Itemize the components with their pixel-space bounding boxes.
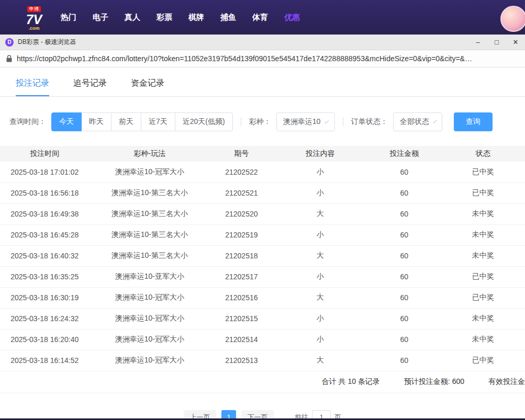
- lottery-filter-label: 彩种：: [249, 117, 271, 127]
- cell-bet-time: 2025-03-18 16:49:38: [0, 203, 90, 224]
- time-filter-option-0[interactable]: 今天: [51, 112, 82, 131]
- table-row: 2025-03-18 16:24:32澳洲幸运10-冠军大小21202515小6…: [0, 308, 525, 329]
- tab-fund-records[interactable]: 资金记录: [131, 78, 164, 96]
- browser-titlebar: D DB彩票 - 极速浏览器 – □ ✕: [0, 35, 525, 50]
- cell-bet-time: 2025-03-18 16:35:25: [0, 266, 90, 287]
- column-header-bet-time: 投注时间: [0, 146, 90, 162]
- time-filter-option-2[interactable]: 前天: [111, 112, 141, 131]
- logo-main-text: 7V: [18, 13, 50, 26]
- cell-bet-status: 未中奖: [441, 245, 525, 266]
- cell-bet-time: 2025-03-18 16:45:28: [0, 224, 90, 245]
- divider: [343, 117, 343, 127]
- cell-issue-number: 21202518: [210, 245, 273, 266]
- cell-bet-content: 小: [273, 162, 368, 183]
- cell-bet-time: 2025-03-18 16:24:32: [0, 308, 90, 329]
- cell-bet-status: 已中奖: [441, 266, 525, 287]
- cell-bet-time: 2025-03-18 16:14:52: [0, 350, 90, 371]
- cell-issue-number: 21202520: [210, 203, 273, 224]
- cell-bet-content: 小: [273, 308, 368, 329]
- time-filter-option-3[interactable]: 近7天: [141, 112, 175, 131]
- cell-bet-content: 大: [273, 245, 368, 266]
- nav-item-5[interactable]: 捕鱼: [220, 13, 236, 22]
- nav-item-3[interactable]: 彩票: [157, 13, 172, 22]
- time-filter-option-4[interactable]: 近20天(低频): [175, 112, 233, 131]
- goto-page-input[interactable]: [312, 410, 331, 419]
- cell-game-type: 澳洲幸运10-第三名大小: [90, 224, 210, 245]
- time-filter-group: 今天昨天前天近7天近20天(低频): [51, 112, 233, 131]
- nav-item-4[interactable]: 棋牌: [188, 13, 204, 22]
- next-page-button[interactable]: 下一页: [241, 410, 274, 419]
- table-header: 投注时间 彩种-玩法 期号 投注内容 投注金额 状态: [0, 146, 525, 162]
- tab-chase-records[interactable]: 追号记录: [73, 78, 107, 96]
- cell-bet-amount: 60: [367, 266, 441, 287]
- order-status-label: 订单状态：: [351, 117, 388, 127]
- cell-issue-number: 21202515: [210, 308, 273, 329]
- table-row: 2025-03-18 16:45:28澳洲幸运10-第三名大小21202519小…: [0, 224, 525, 245]
- browser-window-title: DB彩票 - 极速浏览器: [18, 38, 468, 47]
- cell-bet-status: 已中奖: [441, 183, 525, 203]
- maximize-button[interactable]: □: [487, 35, 506, 50]
- column-header-issue: 期号: [210, 146, 273, 162]
- total-records-text: 合计 共 10 条记录: [322, 377, 380, 387]
- column-header-amount: 投注金额: [367, 146, 441, 162]
- query-button[interactable]: 查询: [454, 112, 493, 131]
- cell-bet-status: 未中奖: [441, 203, 525, 224]
- logo-sub-text: .com: [18, 26, 50, 31]
- chevron-down-icon: [433, 119, 437, 123]
- nav-item-7[interactable]: 优惠: [284, 13, 300, 22]
- valid-amount-text: 有效投注金: [488, 377, 525, 387]
- cell-game-type: 澳洲幸运10-第三名大小: [90, 245, 210, 266]
- cell-issue-number: 21202522: [210, 162, 273, 183]
- nav-item-6[interactable]: 体育: [252, 13, 268, 22]
- cell-bet-time: 2025-03-18 17:01:02: [0, 162, 90, 183]
- cell-issue-number: 21202519: [210, 224, 273, 245]
- column-header-game-type: 彩种-玩法: [90, 146, 210, 162]
- cell-game-type: 澳洲幸运10-冠军大小: [90, 308, 210, 329]
- goto-label: 前往: [295, 413, 308, 419]
- table-row: 2025-03-18 16:14:52澳洲幸运10-冠军大小21202513大6…: [0, 350, 525, 371]
- time-filter-option-1[interactable]: 昨天: [82, 112, 111, 131]
- cell-bet-time: 2025-03-18 16:40:32: [0, 245, 90, 266]
- order-status-select[interactable]: 全部状态: [393, 112, 442, 131]
- window-controls: – □ ✕: [468, 35, 525, 50]
- divider: [241, 117, 241, 127]
- cell-bet-status: 未中奖: [441, 329, 525, 350]
- cell-bet-amount: 60: [367, 350, 441, 371]
- record-tabs: 投注记录 追号记录 资金记录: [0, 67, 525, 97]
- cell-bet-amount: 60: [367, 329, 441, 350]
- nav-item-1[interactable]: 电子: [93, 13, 108, 22]
- column-header-status: 状态: [441, 146, 525, 162]
- cell-bet-amount: 60: [367, 183, 441, 203]
- table-row: 2025-03-18 16:40:32澳洲幸运10-第三名大小21202518大…: [0, 245, 525, 266]
- nav-item-0[interactable]: 热门: [61, 13, 76, 22]
- cell-bet-content: 小: [273, 266, 368, 287]
- cell-issue-number: 21202516: [210, 287, 273, 308]
- cell-bet-amount: 60: [367, 224, 441, 245]
- cell-bet-content: 小: [273, 329, 368, 350]
- current-page-indicator[interactable]: 1: [221, 410, 236, 419]
- table-row: 2025-03-18 16:35:25澳洲幸运10-亚军大小21202517小6…: [0, 266, 525, 287]
- cell-game-type: 澳洲幸运10-第三名大小: [90, 183, 210, 203]
- prev-page-button[interactable]: 上一页: [184, 410, 216, 419]
- cell-bet-status: 已中奖: [441, 350, 525, 371]
- tab-bet-records[interactable]: 投注记录: [16, 78, 49, 96]
- minimize-button[interactable]: –: [468, 35, 487, 50]
- cell-bet-status: 未中奖: [441, 224, 525, 245]
- cell-issue-number: 21202517: [210, 266, 273, 287]
- cell-bet-content: 大: [273, 287, 368, 308]
- nav-item-2[interactable]: 真人: [125, 13, 140, 22]
- pagination: 上一页 1 下一页 前往 页: [0, 410, 525, 419]
- summary-bar: 合计 共 10 条记录 预计投注金额: 600 有效投注金: [0, 371, 525, 393]
- app-navbar: 申博 7V .com 热门电子真人彩票棋牌捕鱼体育优惠: [0, 0, 525, 35]
- url-text[interactable]: https://ctop02pchwp1.zfnc84.com/lottery/…: [17, 54, 519, 63]
- cell-bet-status: 未中奖: [441, 308, 525, 329]
- bet-table-body: 2025-03-18 17:01:02澳洲幸运10-冠军大小21202522小6…: [0, 162, 525, 371]
- cell-game-type: 澳洲幸运10-第三名大小: [90, 203, 210, 224]
- site-logo[interactable]: 申博 7V .com: [18, 4, 50, 31]
- cell-bet-time: 2025-03-18 16:30:19: [0, 287, 90, 308]
- main-nav-items: 热门电子真人彩票棋牌捕鱼体育优惠: [61, 13, 300, 22]
- lottery-select[interactable]: 澳洲幸运10: [276, 112, 335, 131]
- user-avatar[interactable]: [500, 6, 525, 32]
- close-button[interactable]: ✕: [506, 35, 525, 50]
- lock-icon: [6, 55, 12, 62]
